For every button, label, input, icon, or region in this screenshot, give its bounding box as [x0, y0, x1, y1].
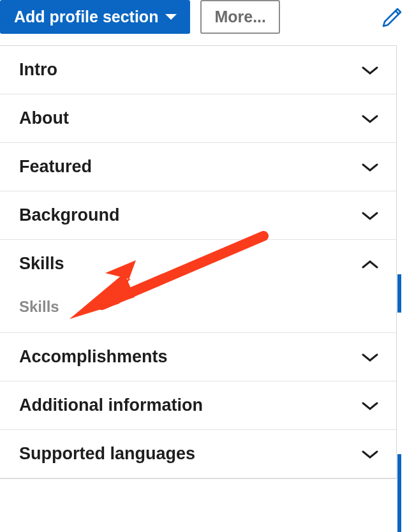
chevron-down-icon — [362, 352, 378, 362]
add-profile-section-button[interactable]: Add profile section — [0, 0, 190, 34]
more-button-label: More... — [214, 8, 266, 26]
sub-item-label: Skills — [19, 298, 59, 315]
caret-down-icon — [165, 13, 177, 22]
section-label: Accomplishments — [19, 347, 168, 367]
more-button[interactable]: More... — [200, 0, 280, 34]
chevron-down-icon — [362, 65, 378, 75]
edit-profile-button[interactable] — [380, 3, 404, 32]
scroll-accent — [397, 454, 401, 532]
section-label: Skills — [19, 254, 64, 274]
section-label: About — [19, 108, 69, 128]
chevron-up-icon — [362, 259, 378, 269]
sub-item-skills[interactable]: Skills — [0, 288, 396, 333]
profile-toolbar: Add profile section More... — [0, 0, 407, 45]
section-label: Featured — [19, 157, 92, 177]
chevron-down-icon — [362, 401, 378, 411]
scroll-accent — [397, 274, 401, 313]
section-additional-information[interactable]: Additional information — [0, 381, 396, 430]
profile-section-dropdown: Intro About Featured Background Skills S… — [0, 45, 397, 479]
chevron-down-icon — [362, 162, 378, 172]
section-label: Supported languages — [19, 444, 195, 464]
section-accomplishments[interactable]: Accomplishments — [0, 333, 396, 381]
chevron-down-icon — [362, 211, 378, 221]
section-featured[interactable]: Featured — [0, 143, 396, 191]
section-label: Additional information — [19, 395, 203, 415]
chevron-down-icon — [362, 114, 378, 124]
section-label: Intro — [19, 60, 57, 80]
section-about[interactable]: About — [0, 94, 396, 143]
section-intro[interactable]: Intro — [0, 46, 396, 94]
chevron-down-icon — [362, 449, 378, 459]
add-profile-section-label: Add profile section — [14, 8, 158, 26]
section-supported-languages[interactable]: Supported languages — [0, 430, 396, 478]
section-label: Background — [19, 205, 120, 225]
pencil-icon — [380, 6, 403, 29]
section-background[interactable]: Background — [0, 191, 396, 240]
section-skills[interactable]: Skills — [0, 240, 396, 288]
